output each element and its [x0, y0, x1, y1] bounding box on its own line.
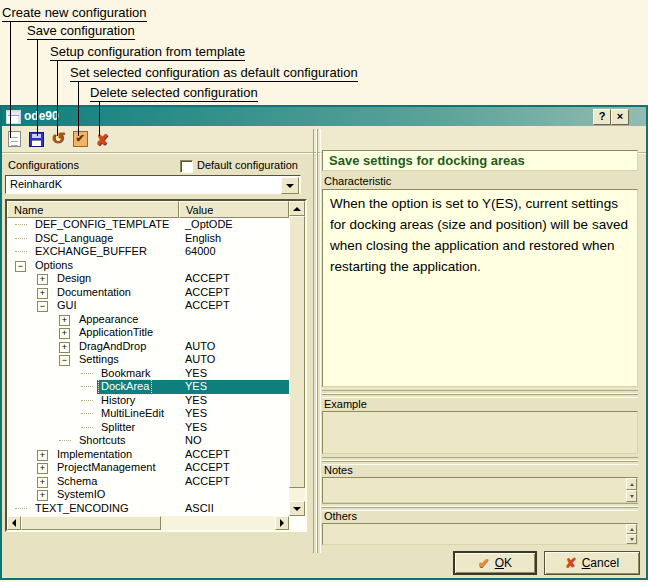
spin-up-button[interactable]: [626, 478, 637, 490]
tree-item-label[interactable]: ApplicationTitle: [79, 326, 153, 340]
delete-configuration-button[interactable]: ✘: [92, 129, 112, 149]
tree-row[interactable]: −Options: [7, 259, 289, 273]
tree-row[interactable]: +Appearance: [7, 313, 289, 327]
tree-item-label[interactable]: Documentation: [57, 286, 131, 300]
spin-up-button[interactable]: [626, 524, 637, 534]
tree-row[interactable]: HistoryYES: [7, 394, 289, 408]
expand-icon[interactable]: +: [37, 288, 48, 299]
tree-item-label[interactable]: Schema: [57, 475, 97, 489]
characteristic-text-box: When the option is set to Y(ES), current…: [322, 189, 638, 387]
tree-item-label[interactable]: ProjectManagement: [57, 461, 155, 475]
tree-row[interactable]: EXCHANGE_BUFFER64000: [7, 245, 289, 259]
tree-item-label[interactable]: MultiLineEdit: [101, 407, 164, 421]
scroll-down-button[interactable]: [289, 501, 305, 516]
tree-item-label[interactable]: Bookmark: [101, 367, 151, 381]
new-configuration-button[interactable]: [4, 129, 24, 149]
notes-label: Notes: [324, 464, 353, 476]
cancel-button-label: Cancel: [582, 556, 619, 570]
spin-down-button[interactable]: [626, 490, 637, 502]
horizontal-scroll-thumb[interactable]: [21, 516, 161, 530]
tree-row[interactable]: +SystemIO: [7, 488, 289, 502]
tree-row[interactable]: DockAreaYES: [7, 380, 289, 394]
default-check-icon: ✔: [73, 131, 88, 147]
tree-item-label[interactable]: DockArea: [99, 380, 151, 394]
section-splitter[interactable]: [322, 394, 638, 398]
configuration-select[interactable]: ReinhardK: [5, 175, 301, 194]
tree-item-value: ACCEPT: [185, 272, 230, 286]
arrow-up-icon: [630, 528, 634, 531]
tree-row[interactable]: −GUIACCEPT: [7, 299, 289, 313]
tree-item-label[interactable]: DEF_CONFIG_TEMPLATE: [35, 218, 169, 232]
expand-icon[interactable]: +: [37, 490, 48, 501]
cancel-button[interactable]: ✘ Cancel: [544, 551, 640, 575]
tree-item-label[interactable]: Design: [57, 272, 91, 286]
others-scrollbar[interactable]: [626, 524, 637, 544]
tree-row[interactable]: +DocumentationACCEPT: [7, 286, 289, 300]
vertical-scroll-thumb[interactable]: [289, 216, 305, 488]
tree-row[interactable]: TEXT_ENCODINGASCII: [7, 502, 289, 516]
tree-row[interactable]: +SchemaACCEPT: [7, 475, 289, 489]
expand-icon[interactable]: +: [59, 315, 70, 326]
tree-row[interactable]: +ImplementationACCEPT: [7, 448, 289, 462]
tree-item-value: ACCEPT: [185, 461, 230, 475]
combo-dropdown-button[interactable]: [281, 177, 299, 194]
tree-item-value: NO: [185, 434, 202, 448]
tree-item-label[interactable]: TEXT_ENCODING: [35, 502, 129, 516]
expand-icon[interactable]: +: [37, 274, 48, 285]
scroll-up-button[interactable]: [289, 201, 305, 216]
setup-from-template-button[interactable]: ↺: [48, 129, 68, 149]
tree-item-label[interactable]: Options: [35, 259, 73, 273]
expand-icon[interactable]: +: [59, 328, 70, 339]
expand-icon[interactable]: +: [37, 463, 48, 474]
section-splitter[interactable]: [322, 507, 638, 511]
tree-item-label[interactable]: Appearance: [79, 313, 138, 327]
tree-row[interactable]: MultiLineEditYES: [7, 407, 289, 421]
panel-splitter[interactable]: [317, 129, 321, 553]
tree-item-label[interactable]: DSC_Language: [35, 232, 113, 246]
tree-item-label[interactable]: Splitter: [101, 421, 135, 435]
save-configuration-button[interactable]: [26, 129, 46, 149]
set-default-configuration-button[interactable]: ✔: [70, 129, 90, 149]
notes-scrollbar[interactable]: [626, 478, 637, 502]
expand-icon[interactable]: +: [37, 450, 48, 461]
tree-connector: [81, 427, 93, 428]
collapse-icon[interactable]: −: [15, 261, 26, 272]
help-button[interactable]: ?: [593, 109, 611, 125]
tree-row[interactable]: +ApplicationTitle: [7, 326, 289, 340]
default-configuration-label[interactable]: Default configuration: [197, 159, 298, 171]
tree-item-label[interactable]: History: [101, 394, 135, 408]
tree-row[interactable]: +DesignACCEPT: [7, 272, 289, 286]
spin-down-button[interactable]: [626, 534, 637, 544]
tree-row[interactable]: +DragAndDropAUTO: [7, 340, 289, 354]
tree-item-label[interactable]: EXCHANGE_BUFFER: [35, 245, 147, 259]
collapse-icon[interactable]: −: [37, 301, 48, 312]
tree-item-label[interactable]: Settings: [79, 353, 119, 367]
tree-row[interactable]: SplitterYES: [7, 421, 289, 435]
close-button[interactable]: ×: [611, 109, 629, 125]
tree-item-label[interactable]: Implementation: [57, 448, 132, 462]
expand-icon[interactable]: +: [37, 477, 48, 488]
column-header-name[interactable]: Name: [7, 201, 179, 218]
tree-row[interactable]: DSC_LanguageEnglish: [7, 232, 289, 246]
collapse-icon[interactable]: −: [59, 355, 70, 366]
tree-item-label[interactable]: GUI: [57, 299, 77, 313]
default-configuration-checkbox[interactable]: [180, 160, 193, 173]
dialog-window: ode90 ? × ↺ ✔ ✘ Configurations Default c…: [0, 105, 648, 580]
horizontal-scrollbar[interactable]: [7, 516, 289, 530]
tree-row[interactable]: DEF_CONFIG_TEMPLATE_OptODE: [7, 218, 289, 232]
vertical-scrollbar[interactable]: [289, 201, 305, 516]
scroll-right-button[interactable]: [275, 516, 289, 530]
ok-button[interactable]: ✔ OK: [453, 551, 537, 575]
arrow-down-icon: [630, 495, 634, 498]
section-splitter[interactable]: [322, 461, 638, 465]
tree-item-label[interactable]: Shortcuts: [79, 434, 125, 448]
scroll-left-button[interactable]: [7, 516, 21, 530]
tree-row[interactable]: ShortcutsNO: [7, 434, 289, 448]
tree-row[interactable]: +ProjectManagementACCEPT: [7, 461, 289, 475]
tree-row[interactable]: BookmarkYES: [7, 367, 289, 381]
tree-item-label[interactable]: DragAndDrop: [79, 340, 146, 354]
tree-row[interactable]: −SettingsAUTO: [7, 353, 289, 367]
expand-icon[interactable]: +: [59, 342, 70, 353]
tree-item-label[interactable]: SystemIO: [57, 488, 105, 502]
column-header-value[interactable]: Value: [179, 201, 289, 218]
